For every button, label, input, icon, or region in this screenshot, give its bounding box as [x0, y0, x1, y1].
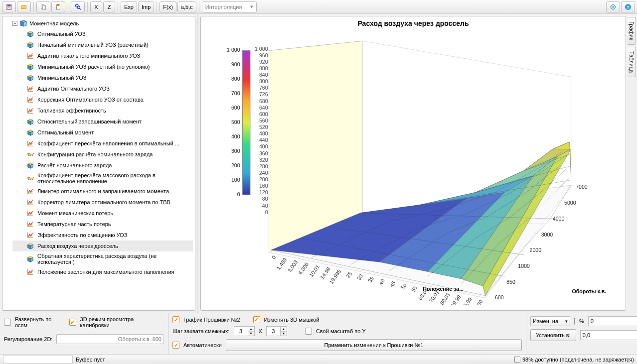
x-axis-label: Положение за... — [423, 286, 464, 292]
chart-icon — [26, 52, 34, 60]
step-x-spinner[interactable]: ▲▼ — [234, 326, 255, 336]
tree-item[interactable]: Расчёт номинального заряда — [12, 160, 193, 171]
change-3d-checkbox[interactable] — [253, 316, 260, 323]
tree-item[interactable]: Эффективность по смещению УОЗ — [12, 230, 193, 241]
chart-icon — [26, 96, 34, 104]
paste-button[interactable] — [51, 1, 65, 12]
tree-item[interactable]: Температурная часть потерь — [12, 219, 193, 230]
status-checkbox[interactable] — [514, 357, 520, 363]
tree-item[interactable]: Момент механических потерь — [12, 208, 193, 219]
tab-table[interactable]: Таблица — [628, 47, 636, 77]
svg-text:900: 900 — [231, 61, 240, 67]
toolbar: X Z Exp Imp F(x) a,b,c Интерполяция ? — [0, 0, 637, 14]
cube-icon — [26, 242, 34, 250]
chart-panel: Расход воздуха через дроссель — [200, 16, 626, 311]
tree-root-item[interactable]: − Моментная модель — [12, 18, 193, 28]
set-value-spinner[interactable]: ▲▼ — [580, 330, 637, 340]
calibration-tree[interactable]: − Моментная модель Оптимальный УОЗНачаль… — [2, 16, 195, 311]
tree-item-label: Эффективность по смещению УОЗ — [37, 232, 127, 238]
abc-button[interactable]: a,b,c — [177, 1, 196, 12]
tree-item[interactable]: Минимальный УОЗ расчётный (по условию) — [12, 61, 193, 72]
svg-text:6,006: 6,006 — [297, 261, 310, 276]
step-y-spinner[interactable]: ▲▼ — [266, 326, 287, 336]
chart-3d[interactable]: 01002003004005006007008009001 000 040801… — [206, 31, 621, 305]
mode-3d-checkbox[interactable] — [69, 319, 76, 326]
tree-item[interactable]: Аддитив Оптимального УОЗ — [12, 83, 193, 94]
svg-text:960: 960 — [259, 52, 268, 58]
tree-item[interactable]: Оптимальный момент — [12, 127, 193, 138]
tree-item[interactable]: 457Коэффициент пересчёта массового расхо… — [12, 171, 193, 186]
copy-button[interactable] — [36, 1, 50, 12]
svg-text:4000: 4000 — [553, 216, 565, 222]
svg-text:520: 520 — [259, 124, 268, 130]
svg-text:89,99: 89,99 — [461, 296, 473, 305]
set-to-button[interactable]: Установить в: — [530, 329, 576, 341]
settings-button[interactable] — [606, 1, 620, 12]
collapse-icon[interactable]: − — [12, 21, 17, 26]
svg-text:800: 800 — [231, 76, 240, 82]
own-scale-checkbox[interactable] — [305, 328, 312, 335]
svg-text:840: 840 — [259, 72, 268, 78]
svg-text:0: 0 — [270, 254, 277, 260]
tree-item-label: Обратная характеристика расхода воздуха … — [37, 253, 192, 265]
expand-axes-checkbox[interactable] — [4, 319, 11, 326]
tree-item[interactable]: Относительный запрашиваемый момент — [12, 116, 193, 127]
auto-checkbox[interactable] — [172, 342, 179, 349]
tree-item[interactable]: Обратная характеристика расхода воздуха … — [12, 251, 193, 266]
tree-item-label: Минимальный УОЗ расчётный (по условию) — [37, 64, 150, 70]
svg-text:25: 25 — [345, 270, 353, 279]
import-button[interactable]: Imp — [138, 1, 154, 12]
svg-text:1,489: 1,489 — [275, 256, 288, 271]
chart-icon — [26, 209, 34, 217]
change-value-spinner[interactable]: ▲▼ — [588, 316, 637, 326]
tree-item[interactable]: Топливная эффективность — [12, 105, 193, 116]
fx-button[interactable]: F(x) — [159, 1, 176, 12]
chart-icon — [26, 85, 34, 93]
status-bar: Буфер пуст 98% доступно (подключена, не … — [0, 354, 637, 364]
tree-item[interactable]: Положение заслонки для максимального нап… — [12, 266, 193, 277]
apply-changes-button[interactable]: Применить изменения к Прошивки №1 — [226, 339, 522, 351]
tree-item[interactable]: Минимальный УОЗ — [12, 72, 193, 83]
export-button[interactable]: Exp — [121, 1, 137, 12]
firmware2-label: График Прошивки №2 — [183, 317, 240, 323]
find-button[interactable] — [71, 1, 85, 12]
svg-text:1000: 1000 — [518, 263, 530, 269]
open-button[interactable] — [17, 1, 31, 12]
save-button[interactable] — [2, 1, 16, 12]
tree-item[interactable]: Аддитив начального минимального УОЗ — [12, 50, 193, 61]
tree-item[interactable]: Лимитер оптимального и запрашиваемого мо… — [12, 186, 193, 197]
tree-item-label: Лимитер оптимального и запрашиваемого мо… — [37, 188, 169, 194]
tree-item[interactable]: 457Конфигурация расчёта номинального зар… — [12, 149, 193, 160]
reg-2d-input[interactable] — [56, 334, 164, 344]
chart-icon — [26, 107, 34, 115]
own-scale-label: Свой масштаб по Y — [316, 328, 366, 334]
svg-text:50: 50 — [399, 282, 408, 291]
tree-item[interactable]: Коэффициент пересчёта наполнения в оптим… — [12, 138, 193, 149]
svg-text:850: 850 — [506, 279, 515, 285]
bottom-left-panel: Развернуть по осям 3D режим просмотра ка… — [0, 313, 168, 354]
interpolation-select[interactable]: Интерполяция — [202, 1, 257, 12]
svg-text:560: 560 — [259, 118, 268, 123]
svg-text:600: 600 — [231, 105, 240, 111]
chart-icon — [26, 268, 34, 276]
tab-chart[interactable]: График — [628, 17, 636, 45]
firmware2-checkbox[interactable] — [172, 316, 179, 323]
tree-item[interactable]: Расход воздуха через дроссель — [12, 241, 193, 251]
tree-item[interactable]: Начальный минимальный УОЗ (расчётный) — [12, 39, 193, 50]
svg-text:360: 360 — [259, 150, 268, 156]
main-area: − Моментная модель Оптимальный УОЗНачаль… — [0, 14, 637, 313]
cube-icon — [26, 255, 34, 263]
percent-checkbox[interactable] — [574, 318, 575, 325]
svg-text:7000: 7000 — [576, 184, 588, 190]
chart-icon — [26, 139, 34, 147]
expand-axes-label: Развернуть по осям — [15, 316, 65, 328]
axis-x-button[interactable]: X — [90, 1, 102, 12]
svg-text:2000: 2000 — [530, 247, 542, 253]
tree-item[interactable]: Коррекция Оптимального УОЗ от состава — [12, 94, 193, 105]
axis-z-button[interactable]: Z — [103, 1, 115, 12]
help-button[interactable]: ? — [621, 1, 635, 12]
change-by-dropdown[interactable]: Измен. на: — [530, 316, 570, 326]
tree-item[interactable]: Корректор лимитера оптимального момента … — [12, 197, 193, 208]
tree-item-label: Положение заслонки для максимального нап… — [37, 269, 174, 275]
tree-item[interactable]: Оптимальный УОЗ — [12, 28, 193, 39]
